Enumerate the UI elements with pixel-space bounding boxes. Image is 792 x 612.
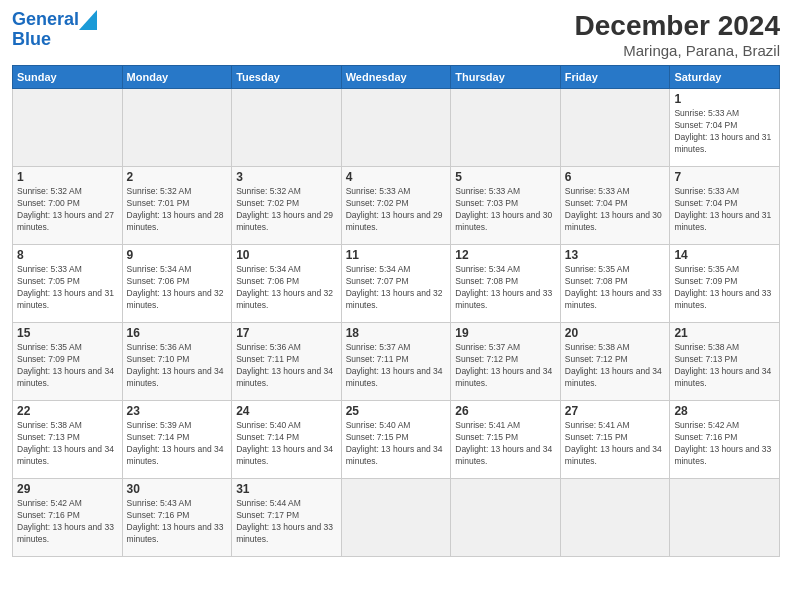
day-number: 20 <box>565 326 666 340</box>
calendar-cell <box>341 479 451 557</box>
calendar-cell: 6 Sunrise: 5:33 AMSunset: 7:04 PMDayligh… <box>560 167 670 245</box>
calendar-cell <box>341 89 451 167</box>
day-number: 21 <box>674 326 775 340</box>
calendar-table: SundayMondayTuesdayWednesdayThursdayFrid… <box>12 65 780 557</box>
day-info: Sunrise: 5:32 AMSunset: 7:00 PMDaylight:… <box>17 186 118 234</box>
day-info: Sunrise: 5:35 AMSunset: 7:09 PMDaylight:… <box>17 342 118 390</box>
week-row-3: 15 Sunrise: 5:35 AMSunset: 7:09 PMDaylig… <box>13 323 780 401</box>
calendar-cell: 7 Sunrise: 5:33 AMSunset: 7:04 PMDayligh… <box>670 167 780 245</box>
calendar-cell: 22 Sunrise: 5:38 AMSunset: 7:13 PMDaylig… <box>13 401 123 479</box>
day-number: 26 <box>455 404 556 418</box>
day-number: 13 <box>565 248 666 262</box>
calendar-container: General Blue December 2024 Maringa, Para… <box>0 0 792 567</box>
day-number: 9 <box>127 248 228 262</box>
day-header-saturday: Saturday <box>670 66 780 89</box>
calendar-cell: 12 Sunrise: 5:34 AMSunset: 7:08 PMDaylig… <box>451 245 561 323</box>
day-number: 18 <box>346 326 447 340</box>
logo-icon <box>79 10 97 30</box>
day-info: Sunrise: 5:34 AMSunset: 7:06 PMDaylight:… <box>127 264 228 312</box>
svg-marker-0 <box>79 10 97 30</box>
calendar-cell <box>451 479 561 557</box>
calendar-cell: 5 Sunrise: 5:33 AMSunset: 7:03 PMDayligh… <box>451 167 561 245</box>
calendar-cell: 4 Sunrise: 5:33 AMSunset: 7:02 PMDayligh… <box>341 167 451 245</box>
day-number: 12 <box>455 248 556 262</box>
day-number: 6 <box>565 170 666 184</box>
calendar-cell: 23 Sunrise: 5:39 AMSunset: 7:14 PMDaylig… <box>122 401 232 479</box>
calendar-cell <box>670 479 780 557</box>
day-info: Sunrise: 5:32 AMSunset: 7:01 PMDaylight:… <box>127 186 228 234</box>
day-number: 27 <box>565 404 666 418</box>
day-info: Sunrise: 5:35 AMSunset: 7:09 PMDaylight:… <box>674 264 775 312</box>
day-number: 5 <box>455 170 556 184</box>
week-row-1: 1 Sunrise: 5:32 AMSunset: 7:00 PMDayligh… <box>13 167 780 245</box>
day-number: 4 <box>346 170 447 184</box>
day-info: Sunrise: 5:41 AMSunset: 7:15 PMDaylight:… <box>455 420 556 468</box>
day-number: 11 <box>346 248 447 262</box>
calendar-cell <box>232 89 342 167</box>
day-number: 1 <box>17 170 118 184</box>
day-number: 7 <box>674 170 775 184</box>
calendar-cell <box>122 89 232 167</box>
day-header-tuesday: Tuesday <box>232 66 342 89</box>
day-number: 2 <box>127 170 228 184</box>
calendar-cell: 18 Sunrise: 5:37 AMSunset: 7:11 PMDaylig… <box>341 323 451 401</box>
day-header-friday: Friday <box>560 66 670 89</box>
day-number: 8 <box>17 248 118 262</box>
day-number: 25 <box>346 404 447 418</box>
day-number: 16 <box>127 326 228 340</box>
day-info: Sunrise: 5:32 AMSunset: 7:02 PMDaylight:… <box>236 186 337 234</box>
calendar-cell: 3 Sunrise: 5:32 AMSunset: 7:02 PMDayligh… <box>232 167 342 245</box>
calendar-cell: 21 Sunrise: 5:38 AMSunset: 7:13 PMDaylig… <box>670 323 780 401</box>
week-row-0: 1 Sunrise: 5:33 AMSunset: 7:04 PMDayligh… <box>13 89 780 167</box>
calendar-cell <box>451 89 561 167</box>
day-number: 23 <box>127 404 228 418</box>
logo: General Blue <box>12 10 97 50</box>
calendar-cell: 2 Sunrise: 5:32 AMSunset: 7:01 PMDayligh… <box>122 167 232 245</box>
day-number: 1 <box>674 92 775 106</box>
calendar-cell: 30 Sunrise: 5:43 AMSunset: 7:16 PMDaylig… <box>122 479 232 557</box>
day-info: Sunrise: 5:43 AMSunset: 7:16 PMDaylight:… <box>127 498 228 546</box>
day-info: Sunrise: 5:33 AMSunset: 7:05 PMDaylight:… <box>17 264 118 312</box>
calendar-cell: 13 Sunrise: 5:35 AMSunset: 7:08 PMDaylig… <box>560 245 670 323</box>
calendar-cell: 14 Sunrise: 5:35 AMSunset: 7:09 PMDaylig… <box>670 245 780 323</box>
calendar-cell: 16 Sunrise: 5:36 AMSunset: 7:10 PMDaylig… <box>122 323 232 401</box>
calendar-cell: 28 Sunrise: 5:42 AMSunset: 7:16 PMDaylig… <box>670 401 780 479</box>
calendar-cell: 29 Sunrise: 5:42 AMSunset: 7:16 PMDaylig… <box>13 479 123 557</box>
week-row-2: 8 Sunrise: 5:33 AMSunset: 7:05 PMDayligh… <box>13 245 780 323</box>
week-row-4: 22 Sunrise: 5:38 AMSunset: 7:13 PMDaylig… <box>13 401 780 479</box>
calendar-cell: 1 Sunrise: 5:33 AMSunset: 7:04 PMDayligh… <box>670 89 780 167</box>
calendar-cell: 1 Sunrise: 5:32 AMSunset: 7:00 PMDayligh… <box>13 167 123 245</box>
day-number: 15 <box>17 326 118 340</box>
day-number: 3 <box>236 170 337 184</box>
day-number: 29 <box>17 482 118 496</box>
day-info: Sunrise: 5:34 AMSunset: 7:07 PMDaylight:… <box>346 264 447 312</box>
calendar-cell: 24 Sunrise: 5:40 AMSunset: 7:14 PMDaylig… <box>232 401 342 479</box>
day-info: Sunrise: 5:40 AMSunset: 7:14 PMDaylight:… <box>236 420 337 468</box>
month-title: December 2024 <box>575 10 780 42</box>
day-info: Sunrise: 5:34 AMSunset: 7:06 PMDaylight:… <box>236 264 337 312</box>
calendar-cell: 25 Sunrise: 5:40 AMSunset: 7:15 PMDaylig… <box>341 401 451 479</box>
calendar-cell <box>560 479 670 557</box>
logo-text2: Blue <box>12 30 97 50</box>
calendar-cell: 10 Sunrise: 5:34 AMSunset: 7:06 PMDaylig… <box>232 245 342 323</box>
calendar-cell: 26 Sunrise: 5:41 AMSunset: 7:15 PMDaylig… <box>451 401 561 479</box>
day-number: 22 <box>17 404 118 418</box>
day-number: 10 <box>236 248 337 262</box>
day-info: Sunrise: 5:39 AMSunset: 7:14 PMDaylight:… <box>127 420 228 468</box>
calendar-cell: 8 Sunrise: 5:33 AMSunset: 7:05 PMDayligh… <box>13 245 123 323</box>
day-number: 31 <box>236 482 337 496</box>
day-info: Sunrise: 5:35 AMSunset: 7:08 PMDaylight:… <box>565 264 666 312</box>
calendar-cell: 11 Sunrise: 5:34 AMSunset: 7:07 PMDaylig… <box>341 245 451 323</box>
day-info: Sunrise: 5:40 AMSunset: 7:15 PMDaylight:… <box>346 420 447 468</box>
day-header-monday: Monday <box>122 66 232 89</box>
calendar-cell: 17 Sunrise: 5:36 AMSunset: 7:11 PMDaylig… <box>232 323 342 401</box>
day-number: 17 <box>236 326 337 340</box>
day-info: Sunrise: 5:33 AMSunset: 7:04 PMDaylight:… <box>674 108 775 156</box>
day-info: Sunrise: 5:38 AMSunset: 7:13 PMDaylight:… <box>17 420 118 468</box>
calendar-cell <box>13 89 123 167</box>
day-number: 28 <box>674 404 775 418</box>
day-info: Sunrise: 5:44 AMSunset: 7:17 PMDaylight:… <box>236 498 337 546</box>
day-info: Sunrise: 5:37 AMSunset: 7:12 PMDaylight:… <box>455 342 556 390</box>
calendar-cell: 31 Sunrise: 5:44 AMSunset: 7:17 PMDaylig… <box>232 479 342 557</box>
day-info: Sunrise: 5:38 AMSunset: 7:12 PMDaylight:… <box>565 342 666 390</box>
